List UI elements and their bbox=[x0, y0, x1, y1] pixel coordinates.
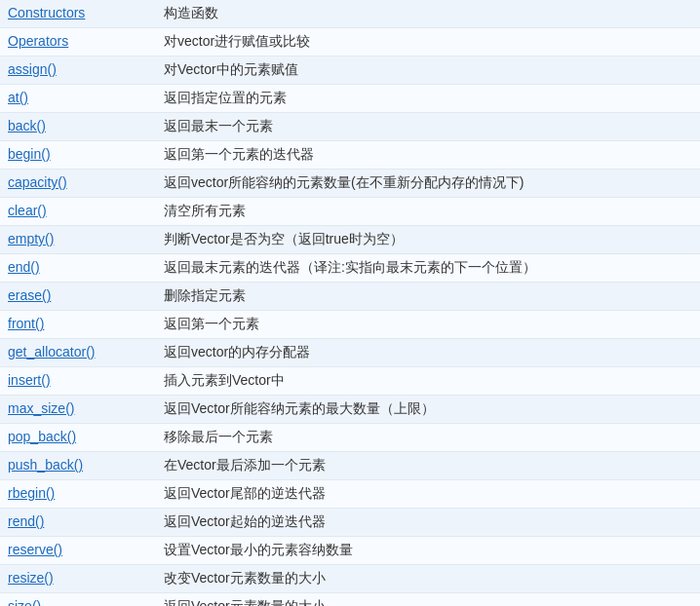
method-name[interactable]: get_allocator() bbox=[0, 339, 156, 366]
method-name[interactable]: reserve() bbox=[0, 537, 156, 564]
method-name[interactable]: front() bbox=[0, 311, 156, 338]
method-desc: 返回最末元素的迭代器（译注:实指向最末元素的下一个位置） bbox=[156, 254, 700, 282]
method-name[interactable]: max_size() bbox=[0, 396, 156, 423]
table-row: pop_back()移除最后一个元素 bbox=[0, 424, 700, 452]
table-row: capacity()返回vector所能容纳的元素数量(在不重新分配内存的情况下… bbox=[0, 170, 700, 198]
method-name[interactable]: rend() bbox=[0, 509, 156, 536]
method-desc: 返回Vector起始的逆迭代器 bbox=[156, 509, 700, 536]
table-row: clear()清空所有元素 bbox=[0, 198, 700, 226]
table-row: assign()对Vector中的元素赋值 bbox=[0, 57, 700, 85]
method-desc: 返回Vector元素数量的大小 bbox=[156, 593, 700, 606]
method-desc: 改变Vector元素数量的大小 bbox=[156, 565, 700, 592]
table-row: max_size()返回Vector所能容纳元素的最大数量（上限） bbox=[0, 396, 700, 424]
method-desc: 返回第一个元素的迭代器 bbox=[156, 141, 700, 169]
table-row: begin()返回第一个元素的迭代器 bbox=[0, 141, 700, 170]
main-table: Constructors构造函数Operators对vector进行赋值或比较a… bbox=[0, 0, 700, 606]
method-desc: 返回第一个元素 bbox=[156, 311, 700, 338]
method-desc: 对vector进行赋值或比较 bbox=[156, 28, 700, 56]
method-name[interactable]: erase() bbox=[0, 283, 156, 310]
method-name[interactable]: Constructors bbox=[0, 0, 156, 27]
method-desc: 返回Vector所能容纳元素的最大数量（上限） bbox=[156, 396, 700, 423]
method-desc: 清空所有元素 bbox=[156, 198, 700, 225]
method-desc: 返回最末一个元素 bbox=[156, 113, 700, 140]
method-desc: 插入元素到Vector中 bbox=[156, 367, 700, 395]
method-name[interactable]: begin() bbox=[0, 141, 156, 169]
table-row: empty()判断Vector是否为空（返回true时为空） bbox=[0, 226, 700, 254]
table-row: resize()改变Vector元素数量的大小 bbox=[0, 565, 700, 593]
method-name[interactable]: resize() bbox=[0, 565, 156, 592]
table-row: size()返回Vector元素数量的大小 bbox=[0, 593, 700, 606]
method-desc: 判断Vector是否为空（返回true时为空） bbox=[156, 226, 700, 253]
method-desc: 构造函数 bbox=[156, 0, 700, 27]
method-desc: 对Vector中的元素赋值 bbox=[156, 57, 700, 84]
table-row: Constructors构造函数 bbox=[0, 0, 700, 28]
method-name[interactable]: size() bbox=[0, 593, 156, 606]
table-row: erase()删除指定元素 bbox=[0, 283, 700, 311]
table-row: end()返回最末元素的迭代器（译注:实指向最末元素的下一个位置） bbox=[0, 254, 700, 283]
method-desc: 返回vector所能容纳的元素数量(在不重新分配内存的情况下) bbox=[156, 170, 700, 197]
method-desc: 在Vector最后添加一个元素 bbox=[156, 452, 700, 479]
method-name[interactable]: Operators bbox=[0, 28, 156, 56]
method-name[interactable]: push_back() bbox=[0, 452, 156, 479]
table-row: reserve()设置Vector最小的元素容纳数量 bbox=[0, 537, 700, 565]
table-row: rend()返回Vector起始的逆迭代器 bbox=[0, 509, 700, 537]
method-name[interactable]: empty() bbox=[0, 226, 156, 253]
table-row: rbegin()返回Vector尾部的逆迭代器 bbox=[0, 480, 700, 509]
method-name[interactable]: pop_back() bbox=[0, 424, 156, 451]
method-name[interactable]: rbegin() bbox=[0, 480, 156, 508]
table-row: at()返回指定位置的元素 bbox=[0, 85, 700, 113]
method-name[interactable]: clear() bbox=[0, 198, 156, 225]
method-desc: 删除指定元素 bbox=[156, 283, 700, 310]
method-desc: 移除最后一个元素 bbox=[156, 424, 700, 451]
table-row: get_allocator()返回vector的内存分配器 bbox=[0, 339, 700, 367]
method-name[interactable]: capacity() bbox=[0, 170, 156, 197]
method-desc: 返回vector的内存分配器 bbox=[156, 339, 700, 366]
method-name[interactable]: back() bbox=[0, 113, 156, 140]
method-desc: 返回指定位置的元素 bbox=[156, 85, 700, 112]
method-name[interactable]: insert() bbox=[0, 367, 156, 395]
table-row: back()返回最末一个元素 bbox=[0, 113, 700, 141]
method-name[interactable]: at() bbox=[0, 85, 156, 112]
table-row: Operators对vector进行赋值或比较 bbox=[0, 28, 700, 57]
method-name[interactable]: end() bbox=[0, 254, 156, 282]
table-row: push_back()在Vector最后添加一个元素 bbox=[0, 452, 700, 480]
table-row: insert()插入元素到Vector中 bbox=[0, 367, 700, 396]
method-name[interactable]: assign() bbox=[0, 57, 156, 84]
table-row: front()返回第一个元素 bbox=[0, 311, 700, 339]
method-desc: 设置Vector最小的元素容纳数量 bbox=[156, 537, 700, 564]
method-desc: 返回Vector尾部的逆迭代器 bbox=[156, 480, 700, 508]
